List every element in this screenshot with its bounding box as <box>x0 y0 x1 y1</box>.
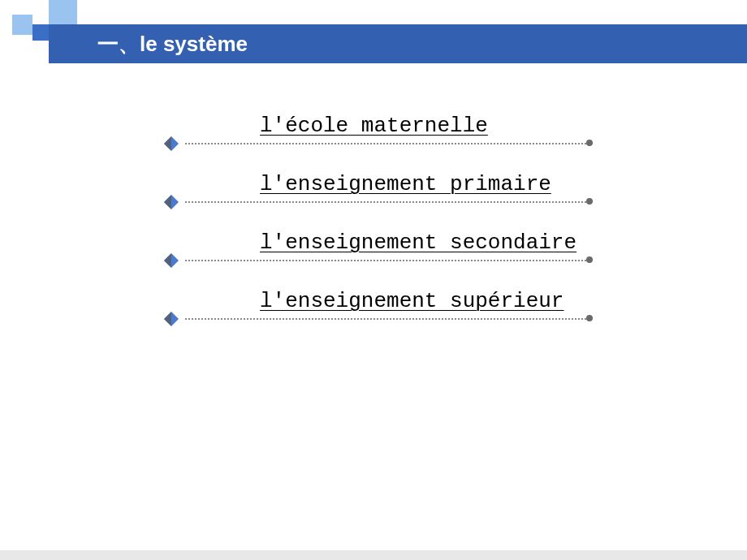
diamond-bullet-icon <box>162 252 180 269</box>
end-dot-icon <box>586 198 593 205</box>
svg-marker-2 <box>164 136 171 151</box>
bottom-bar <box>0 550 747 560</box>
end-dot-icon <box>586 140 593 146</box>
dotted-line <box>185 260 586 261</box>
page-title: 一、le système <box>97 30 248 58</box>
diamond-bullet-icon <box>162 310 180 328</box>
content-list: l'école maternelle l'enseignement primai… <box>162 114 593 347</box>
list-item: l'école maternelle <box>162 114 593 170</box>
list-item: l'enseignement secondaire <box>162 230 593 287</box>
dotted-line <box>185 143 586 144</box>
list-item-label: l'enseignement secondaire <box>260 230 576 255</box>
svg-marker-3 <box>171 195 179 209</box>
decoration-square-dark <box>32 24 49 41</box>
end-dot-icon <box>586 315 593 321</box>
dotted-line <box>185 318 586 320</box>
decoration-square-light-1 <box>49 0 77 24</box>
diamond-bullet-icon <box>162 135 180 153</box>
svg-marker-11 <box>164 312 171 326</box>
list-item-label: l'école maternelle <box>260 114 488 138</box>
list-item: l'enseignement primaire <box>162 172 593 229</box>
decoration-square-light-2 <box>12 15 32 35</box>
list-item-label: l'enseignement supérieur <box>260 289 563 313</box>
svg-marker-5 <box>164 195 171 209</box>
diamond-bullet-icon <box>162 193 180 211</box>
list-item: l'enseignement supérieur <box>162 289 593 346</box>
svg-marker-8 <box>164 253 171 268</box>
end-dot-icon <box>586 256 593 263</box>
title-bar: 一、le système <box>49 24 747 63</box>
list-item-label: l'enseignement primaire <box>260 172 551 196</box>
svg-marker-6 <box>171 253 179 268</box>
svg-marker-9 <box>171 312 179 326</box>
svg-marker-0 <box>171 136 179 151</box>
dotted-line <box>185 201 586 203</box>
